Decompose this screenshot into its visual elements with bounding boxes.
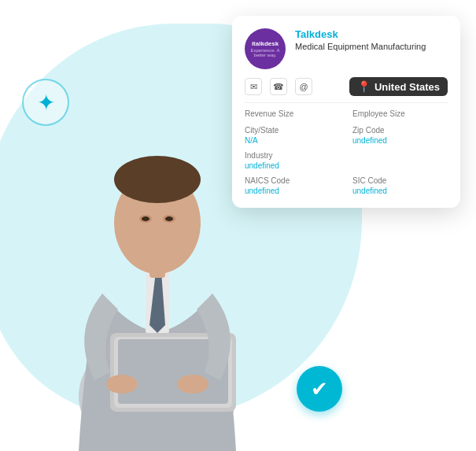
email-icon[interactable]: ✉ [245, 78, 262, 95]
industry-value: undefined [245, 161, 340, 170]
naics-code-item: NAICS Code undefined [245, 176, 340, 195]
zip-code-value: undefined [352, 136, 448, 145]
card-header: italkdesk Experience. A better way. Talk… [245, 28, 448, 69]
naics-code-label: NAICS Code [245, 176, 340, 185]
shield-badge: ✔ [297, 366, 342, 412]
city-state-label: City/State [245, 126, 340, 135]
empty-item [352, 151, 448, 170]
zip-code-label: Zip Code [352, 126, 448, 135]
star-icon: ✦ [37, 90, 55, 116]
industry-item: Industry undefined [245, 151, 340, 170]
star-badge: ✦ [22, 79, 69, 126]
company-logo: italkdesk Experience. A better way. [245, 28, 286, 69]
svg-point-8 [165, 216, 173, 221]
employee-size-label: Employee Size [352, 109, 448, 118]
logo-text: italkdesk [245, 40, 286, 48]
card-grid: Revenue Size Employee Size City/State N/… [245, 109, 448, 195]
city-state-value: N/A [245, 136, 340, 145]
city-state-item: City/State N/A [245, 126, 340, 145]
at-icon[interactable]: @ [295, 78, 312, 95]
sic-code-label: SIC Code [352, 176, 448, 185]
naics-code-value: undefined [245, 187, 340, 195]
svg-point-13 [177, 375, 208, 394]
company-name: Talkdesk [295, 28, 448, 41]
svg-point-7 [142, 216, 149, 221]
company-industry: Medical Equipment Manufacturing [295, 41, 448, 52]
company-info: Talkdesk Medical Equipment Manufacturing [295, 28, 448, 52]
location-pin-icon: 📍 [357, 80, 371, 93]
shield-icon: ✔ [311, 377, 328, 401]
location-text: United States [375, 81, 440, 93]
sic-code-item: SIC Code undefined [352, 176, 448, 195]
industry-label: Industry [245, 151, 340, 160]
logo-subtext: Experience. A better way. [245, 48, 286, 57]
revenue-size-item: Revenue Size [245, 109, 340, 120]
location-badge: 📍 United States [349, 77, 448, 96]
employee-size-item: Employee Size [352, 109, 448, 120]
svg-point-4 [114, 156, 201, 203]
zip-code-item: Zip Code undefined [352, 126, 448, 145]
revenue-size-label: Revenue Size [245, 109, 340, 118]
svg-point-12 [106, 375, 138, 394]
contact-row: ✉ ☎ @ 📍 United States [245, 77, 448, 96]
info-card: italkdesk Experience. A better way. Talk… [232, 16, 460, 208]
card-divider [245, 102, 448, 103]
phone-icon[interactable]: ☎ [270, 78, 287, 95]
sic-code-value: undefined [352, 187, 448, 195]
